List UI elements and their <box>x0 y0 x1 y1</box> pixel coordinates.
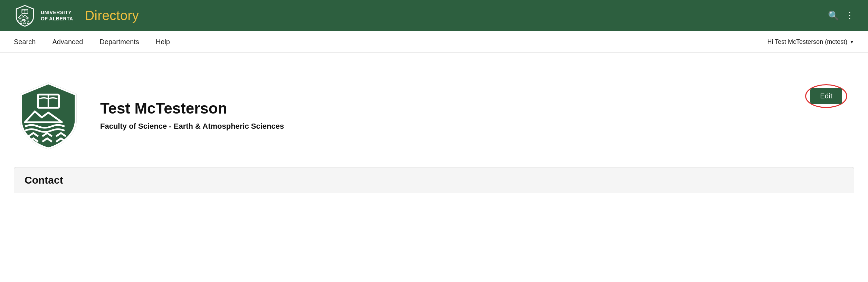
navbar: Search Advanced Departments Help Hi Test… <box>0 31 868 53</box>
logo-area[interactable]: UNIVERSITY OF ALBERTA <box>14 4 73 27</box>
header-left: UNIVERSITY OF ALBERTA Directory <box>14 4 139 27</box>
nav-user-greeting: Hi Test McTesterson (mctest) <box>767 38 847 46</box>
header-icons: 🔍 ⋮ <box>828 10 854 21</box>
profile-section: Test McTesterson Faculty of Science - Ea… <box>14 67 854 167</box>
contact-heading: Contact <box>25 174 843 186</box>
contact-section: Contact <box>14 167 854 193</box>
edit-highlight-circle: Edit <box>805 84 847 108</box>
profile-logo-icon <box>14 81 83 150</box>
profile-info: Test McTesterson Faculty of Science - Ea… <box>100 100 284 131</box>
profile-name: Test McTesterson <box>100 100 284 117</box>
edit-button[interactable]: Edit <box>810 88 842 104</box>
logo-text: UNIVERSITY OF ALBERTA <box>41 9 73 22</box>
nav-links: Search Advanced Departments Help <box>14 38 170 46</box>
more-options-icon[interactable]: ⋮ <box>845 10 854 21</box>
site-title: Directory <box>85 8 139 23</box>
edit-area: Edit <box>805 81 854 108</box>
site-header: UNIVERSITY OF ALBERTA Directory 🔍 ⋮ <box>0 0 868 31</box>
profile-department: Faculty of Science - Earth & Atmospheric… <box>100 122 284 131</box>
nav-link-search[interactable]: Search <box>14 38 36 46</box>
nav-link-advanced[interactable]: Advanced <box>52 38 83 46</box>
profile-left: Test McTesterson Faculty of Science - Ea… <box>14 81 284 150</box>
main-content: Test McTesterson Faculty of Science - Ea… <box>0 53 868 193</box>
search-icon[interactable]: 🔍 <box>828 10 839 21</box>
nav-link-departments[interactable]: Departments <box>99 38 139 46</box>
nav-link-help[interactable]: Help <box>156 38 170 46</box>
chevron-down-icon: ▼ <box>849 39 854 45</box>
ua-logo-icon <box>14 4 36 27</box>
nav-user-menu[interactable]: Hi Test McTesterson (mctest) ▼ <box>767 38 854 46</box>
